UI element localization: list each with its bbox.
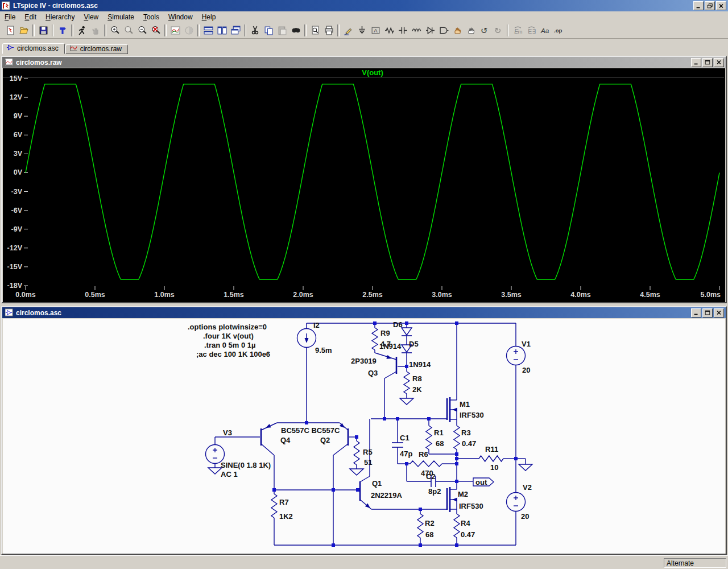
resistor-symbol[interactable] bbox=[479, 456, 503, 461]
menu-edit[interactable]: Edit bbox=[20, 12, 41, 22]
schematic-window-titlebar[interactable]: circlomos.asc bbox=[2, 307, 726, 318]
menu-help[interactable]: Help bbox=[197, 12, 221, 22]
text-icon[interactable]: Aa bbox=[538, 23, 552, 37]
component-label[interactable]: R8 bbox=[412, 374, 422, 383]
print-icon[interactable] bbox=[322, 23, 336, 37]
component-label[interactable]: C1 bbox=[400, 434, 410, 442]
restore-button[interactable] bbox=[705, 1, 715, 10]
capacitor-icon[interactable] bbox=[396, 23, 410, 37]
mirror-icon[interactable]: Em bbox=[511, 23, 524, 37]
diode-icon[interactable] bbox=[423, 23, 437, 37]
halt-icon[interactable] bbox=[89, 23, 102, 37]
spice-directive-icon[interactable]: .op bbox=[552, 23, 565, 37]
component-label[interactable]: 68 bbox=[425, 530, 433, 539]
tab-circlomos.raw[interactable]: circlomos.raw bbox=[65, 44, 128, 54]
component-label[interactable]: .tran 0 5m 0 1µ bbox=[204, 341, 256, 349]
component-label[interactable]: Q3 bbox=[368, 369, 378, 377]
menu-window[interactable]: Window bbox=[164, 12, 197, 22]
resistor-symbol[interactable] bbox=[410, 461, 442, 467]
menu-tools[interactable]: Tools bbox=[139, 12, 164, 22]
paste-icon[interactable] bbox=[275, 23, 289, 37]
component-label[interactable]: C2 bbox=[426, 472, 436, 481]
wire-icon[interactable] bbox=[341, 23, 355, 37]
rotate-icon[interactable]: E∃ bbox=[524, 23, 538, 37]
wire[interactable] bbox=[261, 444, 274, 455]
ground-symbol[interactable] bbox=[400, 398, 413, 405]
menu-file[interactable]: File bbox=[0, 12, 20, 22]
component-label[interactable]: R1 bbox=[434, 428, 444, 437]
ground-symbol[interactable] bbox=[350, 469, 363, 475]
resistor-symbol[interactable] bbox=[417, 514, 423, 538]
component-label[interactable]: 51 bbox=[364, 458, 372, 467]
new-schematic-icon[interactable] bbox=[3, 23, 17, 37]
menu-hierarchy[interactable]: Hierarchy bbox=[41, 12, 79, 22]
component-label[interactable]: Q4 bbox=[280, 436, 291, 444]
schematic-canvas-area[interactable]: out.options plotwinsize=0.four 1K v(out)… bbox=[3, 319, 725, 554]
save-icon[interactable] bbox=[36, 23, 50, 37]
component-label[interactable]: 20 bbox=[521, 512, 529, 521]
close-button[interactable] bbox=[714, 308, 724, 318]
component-label[interactable]: IRF530 bbox=[460, 411, 484, 419]
resistor-symbol[interactable] bbox=[454, 514, 460, 538]
component-label[interactable]: 0.47 bbox=[462, 439, 476, 448]
menu-view[interactable]: View bbox=[79, 12, 103, 22]
zoom-in-icon[interactable] bbox=[108, 23, 122, 37]
plot-settings-icon[interactable] bbox=[182, 23, 196, 37]
component-label[interactable]: 20 bbox=[522, 366, 530, 374]
zoom-full-icon[interactable] bbox=[149, 23, 163, 37]
maximize-button[interactable] bbox=[702, 58, 713, 67]
component-label[interactable]: D6 bbox=[393, 320, 403, 329]
title-bar[interactable]: LTspice IV - circlomos.asc bbox=[0, 0, 728, 11]
component-label[interactable]: V2 bbox=[523, 483, 532, 492]
and-gate-icon[interactable] bbox=[437, 23, 450, 37]
resistor-symbol[interactable] bbox=[454, 426, 460, 450]
component-label[interactable]: 9.5m bbox=[315, 346, 332, 354]
component-label[interactable]: 68 bbox=[436, 439, 444, 448]
component-label[interactable]: R4 bbox=[461, 519, 470, 527]
resistor-symbol[interactable] bbox=[372, 328, 378, 350]
component-label[interactable]: 1N914 bbox=[409, 360, 431, 369]
resistor-symbol[interactable] bbox=[426, 426, 432, 450]
resistor-symbol[interactable] bbox=[354, 441, 359, 465]
voltage-source-symbol[interactable] bbox=[507, 347, 526, 365]
cut-icon[interactable] bbox=[248, 23, 262, 37]
minimize-button[interactable] bbox=[691, 58, 701, 67]
autorange-icon[interactable] bbox=[168, 23, 182, 37]
component-label[interactable]: 2N2219A bbox=[371, 491, 403, 500]
wire[interactable] bbox=[360, 476, 370, 482]
component-label[interactable]: IRF530 bbox=[459, 502, 483, 510]
wire[interactable] bbox=[384, 372, 396, 378]
component-label[interactable]: Q2 bbox=[320, 436, 330, 444]
component-label[interactable]: SINE(0 1.8 1K) bbox=[221, 461, 271, 469]
redo-icon[interactable]: ↻ bbox=[491, 23, 505, 37]
zoom-out-icon[interactable] bbox=[135, 23, 149, 37]
waveform-plot[interactable]: V(out)15V12V9V6V3V0V-3V-6V-9V-12V-15V-18… bbox=[3, 68, 724, 301]
close-button[interactable] bbox=[714, 58, 724, 67]
component-label[interactable]: 1N914 bbox=[379, 342, 402, 351]
inductor-icon[interactable] bbox=[410, 23, 423, 37]
component-label[interactable]: R2 bbox=[425, 519, 435, 527]
close-button[interactable] bbox=[716, 1, 726, 10]
component-label[interactable]: R6 bbox=[419, 450, 428, 459]
move-icon[interactable] bbox=[464, 23, 478, 37]
component-label[interactable]: .options plotwinsize=0 bbox=[188, 323, 267, 331]
component-label[interactable]: R3 bbox=[461, 428, 471, 437]
trace-title[interactable]: V(out) bbox=[362, 68, 383, 77]
component-label[interactable]: V1 bbox=[522, 340, 531, 348]
wire[interactable] bbox=[375, 353, 396, 360]
tab-circlomos.asc[interactable]: circlomos.asc bbox=[2, 43, 65, 54]
minimize-button[interactable] bbox=[691, 308, 701, 318]
open-icon[interactable] bbox=[17, 23, 31, 37]
undo-icon[interactable]: ↺ bbox=[478, 23, 491, 37]
component-label[interactable]: M1 bbox=[460, 400, 470, 409]
component-label[interactable]: R9 bbox=[380, 329, 390, 337]
component-label[interactable]: AC 1 bbox=[221, 470, 238, 479]
component-label[interactable]: 2P3019 bbox=[351, 357, 377, 365]
resistor-icon[interactable] bbox=[382, 23, 396, 37]
label-icon[interactable]: A bbox=[369, 23, 382, 37]
component-label[interactable]: ;ac dec 100 1K 100e6 bbox=[196, 350, 270, 358]
component-label[interactable]: Q1 bbox=[372, 479, 382, 488]
zoom-back-icon[interactable] bbox=[122, 23, 135, 37]
ground-icon[interactable] bbox=[355, 23, 369, 37]
tile-vertical-icon[interactable] bbox=[215, 23, 229, 37]
